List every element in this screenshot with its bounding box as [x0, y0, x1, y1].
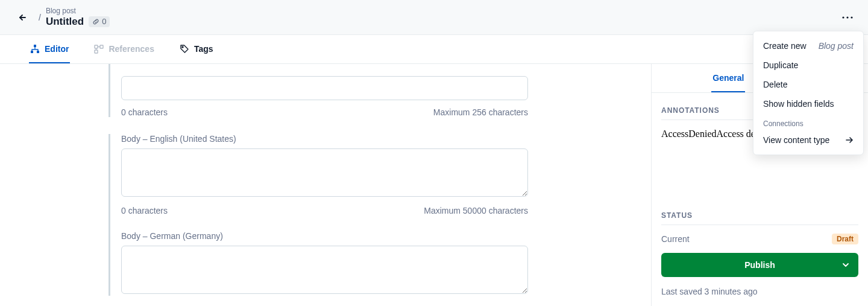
status-current-label: Current: [661, 234, 690, 244]
menu-show-hidden-label: Show hidden fields: [763, 99, 834, 109]
svg-rect-5: [37, 51, 39, 53]
svg-point-2: [851, 16, 852, 18]
more-horizontal-icon: [842, 16, 853, 19]
menu-show-hidden-fields[interactable]: Show hidden fields: [753, 94, 863, 113]
link-icon: [92, 18, 99, 25]
tab-references: References: [93, 35, 156, 63]
tab-tags-label: Tags: [194, 44, 213, 54]
chevron-down-icon: [841, 261, 850, 269]
menu-view-ct-label: View content type: [763, 135, 829, 145]
menu-create-new-type: Blog post: [819, 41, 854, 51]
more-actions-menu: Create new Blog post Duplicate Delete Sh…: [753, 31, 864, 155]
body-en-label: Body – English (United States): [121, 134, 528, 144]
svg-rect-6: [95, 45, 98, 48]
references-icon: [94, 44, 104, 54]
publish-button-label: Publish: [744, 260, 775, 270]
side-tab-general[interactable]: General: [711, 64, 745, 92]
tab-editor[interactable]: Editor: [29, 35, 70, 63]
last-saved-text: Last saved 3 minutes ago: [661, 287, 858, 296]
menu-delete-label: Delete: [763, 80, 787, 89]
more-actions-button[interactable]: [839, 9, 856, 26]
body-de-textarea[interactable]: [121, 246, 528, 294]
publish-button[interactable]: Publish: [661, 253, 858, 277]
menu-duplicate[interactable]: Duplicate: [753, 56, 863, 75]
back-button[interactable]: [14, 9, 31, 26]
svg-rect-3: [34, 45, 36, 47]
editor-structure-icon: [30, 44, 40, 54]
tag-icon: [180, 44, 189, 54]
body-en-char-max: Maximum 50000 characters: [424, 206, 528, 215]
status-badge: Draft: [832, 234, 858, 244]
body-en-textarea[interactable]: [121, 148, 528, 197]
menu-connections-section: Connections: [753, 113, 863, 130]
svg-point-9: [182, 46, 183, 48]
body-en-char-count: 0 characters: [121, 206, 168, 215]
tab-tags[interactable]: Tags: [178, 35, 215, 63]
arrow-left-icon: [18, 13, 28, 22]
svg-rect-7: [100, 45, 103, 48]
field-group-body: Body – English (United States) 0 charact…: [108, 134, 542, 296]
menu-view-content-type[interactable]: View content type: [753, 130, 863, 150]
svg-rect-4: [31, 51, 33, 53]
page-title: Untitled: [46, 16, 84, 28]
references-count-value: 0: [102, 17, 106, 27]
svg-point-1: [846, 16, 848, 18]
menu-create-new[interactable]: Create new Blog post: [753, 36, 863, 56]
tab-references-label: References: [108, 44, 154, 54]
title-char-count: 0 characters: [121, 107, 168, 117]
svg-rect-8: [95, 50, 98, 53]
references-count-pill[interactable]: 0: [89, 16, 110, 27]
field-group-title: 0 characters Maximum 256 characters: [108, 64, 542, 117]
menu-delete[interactable]: Delete: [753, 75, 863, 94]
menu-duplicate-label: Duplicate: [763, 60, 798, 70]
arrow-right-icon: [845, 136, 854, 144]
menu-create-new-label: Create new: [763, 41, 807, 51]
tab-editor-label: Editor: [45, 44, 69, 54]
title-char-max: Maximum 256 characters: [433, 107, 528, 117]
body-de-label: Body – German (Germany): [121, 231, 528, 241]
svg-point-0: [842, 16, 844, 18]
breadcrumb-separator: /: [39, 13, 41, 22]
breadcrumb-type: Blog post: [46, 7, 110, 15]
title-locale-input[interactable]: [121, 76, 528, 100]
status-section-label: STATUS: [661, 211, 858, 225]
